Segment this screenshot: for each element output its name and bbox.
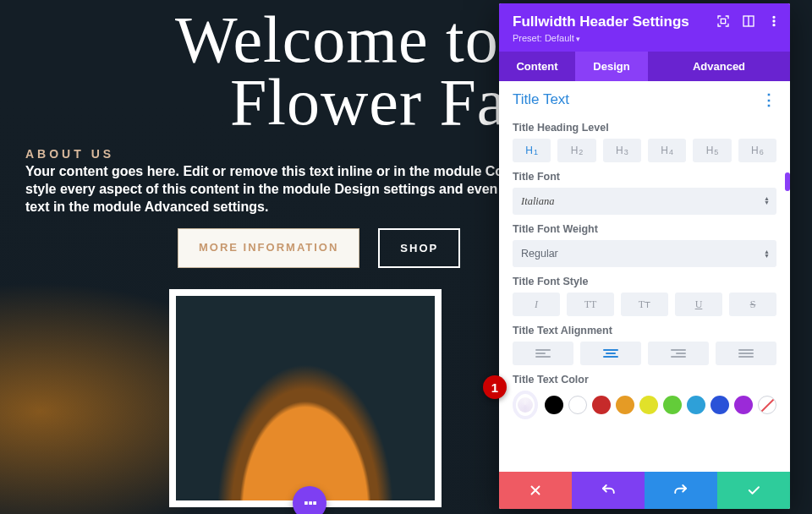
style-uppercase-button[interactable]: TT [567, 293, 614, 316]
color-swatch-white[interactable] [568, 396, 587, 414]
about-us-label: ABOUT US [25, 147, 114, 161]
heading-h2[interactable]: H2 [557, 139, 595, 162]
redo-button[interactable] [645, 472, 717, 509]
label-text-alignment: Title Text Alignment [513, 325, 776, 336]
color-swatch[interactable] [616, 396, 634, 414]
section-menu-icon[interactable]: ⋮ [761, 96, 776, 104]
undo-button[interactable] [572, 472, 645, 509]
heading-h1[interactable]: H1 [513, 139, 551, 162]
preset-dropdown[interactable]: Preset: Default [513, 33, 776, 43]
font-style-group: I TT Tᴛ U S [513, 293, 776, 316]
heading-h3[interactable]: H3 [603, 139, 641, 162]
save-button[interactable] [717, 472, 790, 509]
color-swatch[interactable] [710, 396, 729, 414]
color-swatch-transparent[interactable] [758, 396, 776, 414]
color-swatch[interactable] [592, 396, 611, 414]
cancel-button[interactable] [499, 472, 572, 509]
section-title[interactable]: Title Text [513, 91, 569, 108]
color-swatch-current[interactable] [513, 391, 538, 419]
color-swatch[interactable] [545, 396, 563, 414]
heading-h4[interactable]: H4 [648, 139, 686, 162]
label-heading-level: Title Heading Level [513, 122, 776, 134]
svg-point-4 [773, 20, 775, 22]
align-left-button[interactable] [513, 342, 573, 365]
snap-icon[interactable] [741, 14, 756, 29]
style-underline-button[interactable]: U [675, 293, 722, 316]
kebab-menu-icon[interactable] [766, 14, 782, 29]
more-information-button[interactable]: MORE INFORMATION [178, 228, 359, 268]
svg-rect-0 [721, 19, 725, 23]
annotation-marker-1: 1 [483, 375, 507, 399]
color-swatch[interactable] [734, 396, 753, 414]
module-fab-button[interactable]: ··· [293, 486, 326, 514]
label-text-color: Title Text Color [513, 374, 776, 386]
heading-level-group: H1 H2 H3 H4 H5 H6 [513, 139, 776, 162]
section-header: Title Text ⋮ [513, 81, 776, 113]
shop-button[interactable]: SHOP [378, 228, 460, 268]
color-swatch[interactable] [687, 396, 705, 414]
style-strikethrough-button[interactable]: S [729, 293, 776, 316]
tab-content[interactable]: Content [499, 52, 575, 81]
svg-point-3 [773, 16, 775, 18]
panel-header: Fullwidth Header Settings Preset: Defaul… [499, 3, 790, 52]
font-weight-select[interactable]: Regular ▲▼ [513, 240, 776, 267]
tab-advanced[interactable]: Advanced [648, 52, 790, 81]
flower-image [169, 289, 442, 507]
panel-body: Title Text ⋮ Title Heading Level H1 H2 H… [499, 81, 790, 472]
color-swatch[interactable] [639, 396, 658, 414]
expand-icon[interactable] [716, 14, 731, 29]
color-swatch[interactable] [663, 396, 682, 414]
tab-design[interactable]: Design [575, 52, 648, 81]
label-title-font: Title Font [513, 171, 776, 183]
panel-header-icons [716, 14, 782, 29]
panel-footer [499, 472, 790, 509]
label-font-weight: Title Font Weight [513, 223, 776, 235]
color-swatches [513, 391, 776, 419]
panel-tabs: Content Design Advanced [499, 52, 790, 81]
heading-h5[interactable]: H5 [693, 139, 731, 162]
style-italic-button[interactable]: I [513, 293, 560, 316]
align-right-button[interactable] [648, 342, 709, 365]
alignment-group [513, 342, 776, 365]
align-center-button[interactable] [580, 342, 641, 365]
select-arrows-icon: ▲▼ [764, 249, 770, 258]
style-smallcaps-button[interactable]: Tᴛ [621, 293, 668, 316]
title-font-select[interactable]: Italiana ▲▼ [513, 188, 776, 215]
settings-panel: Fullwidth Header Settings Preset: Defaul… [499, 3, 790, 509]
label-font-style: Title Font Style [513, 276, 776, 287]
select-arrows-icon: ▲▼ [764, 197, 770, 205]
svg-point-5 [773, 25, 775, 26]
hero-buttons: MORE INFORMATION SHOP [178, 228, 460, 268]
align-justify-button[interactable] [716, 342, 776, 365]
heading-h6[interactable]: H6 [738, 139, 776, 162]
